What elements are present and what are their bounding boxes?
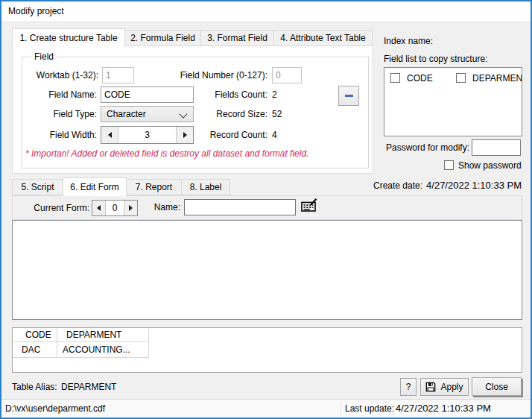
spin-right-icon: [129, 205, 133, 211]
field-list-item-label: DEPARMENT: [472, 73, 522, 84]
field-list-item-label: CODE: [407, 73, 433, 84]
table-alias-label: Table Alias:: [12, 379, 57, 395]
field-list-box: CODE DEPARMENT: [384, 67, 522, 136]
tab-label: 3. Format Field: [207, 33, 267, 43]
field-type-value: Character: [107, 109, 146, 119]
create-date-value: 4/27/2022 1:10:33 PM: [426, 180, 522, 191]
field-list-item-deparment: DEPARMENT: [456, 73, 522, 84]
minus-icon: [345, 95, 353, 97]
table-alias-value: DEPARMENT: [61, 379, 116, 395]
password-label: Password for modify:: [374, 139, 469, 156]
tab-label: 1. Create structure Table: [19, 33, 117, 43]
status-last-update-label: Last update:: [345, 400, 394, 417]
tab-report[interactable]: 7. Report: [126, 179, 182, 195]
grid-cell[interactable]: ACCOUNTING...: [57, 342, 149, 358]
spin-left-icon: [97, 205, 101, 211]
close-button-label: Close: [485, 382, 508, 392]
form-design-surface[interactable]: [12, 220, 522, 320]
field-name-label: Field Name:: [20, 86, 97, 103]
close-button[interactable]: Close: [472, 377, 522, 396]
tab-label: 8. Label: [190, 182, 222, 192]
tab-label-tab[interactable]: 8. Label: [181, 179, 230, 195]
checkbox-icon[interactable]: [390, 73, 400, 83]
status-bar: D:\vx\user\deparment.cdf Last update: 4/…: [1, 399, 531, 418]
help-button[interactable]: ?: [400, 378, 417, 396]
fields-count-value: 2: [272, 86, 277, 103]
help-button-label: ?: [406, 382, 411, 392]
spin-left-button[interactable]: [92, 201, 106, 215]
destroy-warning-text: * Importan! Added or deleted field is de…: [25, 148, 308, 159]
worktab-label: Worktab (1-32):: [20, 67, 98, 84]
records-grid: CODE DEPARMENT DAC ACCOUNTING...: [12, 327, 522, 373]
title-bar: Modify project: [1, 1, 531, 21]
tab-format-field[interactable]: 3. Format Field: [200, 30, 274, 46]
tab-label: 2. Formula Field: [130, 33, 195, 43]
index-name-label: Index name:: [384, 33, 518, 49]
record-size-label: Record Size:: [173, 106, 267, 122]
field-number-label: Field Number (0-127):: [136, 67, 267, 84]
current-form-value: 0: [106, 203, 124, 213]
status-file-path: D:\vx\user\deparment.cdf: [5, 400, 333, 417]
tab-attribute-text-table[interactable]: 4. Attribute Text Table: [273, 30, 373, 46]
form-name-edit-button[interactable]: [300, 198, 318, 215]
create-date: Create date:4/27/2022 1:10:33 PM: [352, 180, 522, 191]
spin-left-button[interactable]: [101, 127, 118, 143]
grid-cell[interactable]: DAC: [13, 342, 57, 358]
current-form-spinner: 0: [92, 200, 138, 216]
tab-create-structure-table[interactable]: 1. Create structure Table: [12, 28, 125, 46]
password-input[interactable]: [472, 139, 521, 156]
record-count-value: 4: [272, 127, 277, 143]
field-width-value: 3: [118, 130, 176, 140]
worktab-input[interactable]: [102, 67, 134, 84]
tab-label: 6. Edit Form: [70, 182, 118, 192]
grid-header-code[interactable]: CODE: [13, 328, 57, 342]
grid-header-deparment[interactable]: DEPARMENT: [57, 328, 149, 342]
fields-count-label: Fields Count:: [173, 86, 267, 103]
apply-button-label: Apply: [440, 382, 463, 392]
field-list-label: Field list to copy structure:: [384, 51, 522, 67]
field-width-label: Field Width:: [20, 127, 97, 143]
spin-left-icon: [108, 132, 112, 138]
tab-label: 7. Report: [136, 182, 172, 192]
field-type-label: Field Type:: [20, 106, 97, 122]
apply-button[interactable]: Apply: [420, 378, 469, 396]
record-count-label: Record Count:: [173, 127, 267, 143]
checkbox-icon[interactable]: [456, 73, 466, 83]
create-date-label: Create date:: [373, 180, 422, 191]
current-form-label: Current Form:: [22, 200, 89, 216]
field-groupbox-title: Field: [31, 51, 57, 62]
tab-label: 5. Script: [21, 182, 54, 192]
tab-script[interactable]: 5. Script: [12, 179, 63, 195]
status-bar-divider: [341, 402, 341, 416]
field-number-input[interactable]: [272, 67, 302, 84]
keyboard-pen-icon: [301, 198, 317, 212]
spin-right-button[interactable]: [124, 201, 137, 215]
form-name-input[interactable]: [184, 199, 296, 215]
window-title: Modify project: [8, 6, 64, 16]
field-list-item-code: CODE: [390, 73, 433, 84]
tab-formula-field[interactable]: 2. Formula Field: [124, 30, 201, 46]
status-last-update-value: 4/27/2022 1:10:33 PM: [396, 400, 491, 417]
record-size-value: 52: [272, 106, 282, 122]
show-password-checkbox[interactable]: [444, 160, 454, 170]
save-icon: [425, 382, 436, 392]
form-name-label: Name:: [151, 199, 180, 215]
remove-field-button[interactable]: [338, 86, 359, 106]
tab-edit-form[interactable]: 6. Edit Form: [63, 177, 127, 196]
tab-label: 4. Attribute Text Table: [280, 33, 365, 43]
show-password-label: Show password: [458, 157, 525, 174]
modify-project-dialog: Modify project 1. Create structure Table…: [0, 0, 532, 419]
